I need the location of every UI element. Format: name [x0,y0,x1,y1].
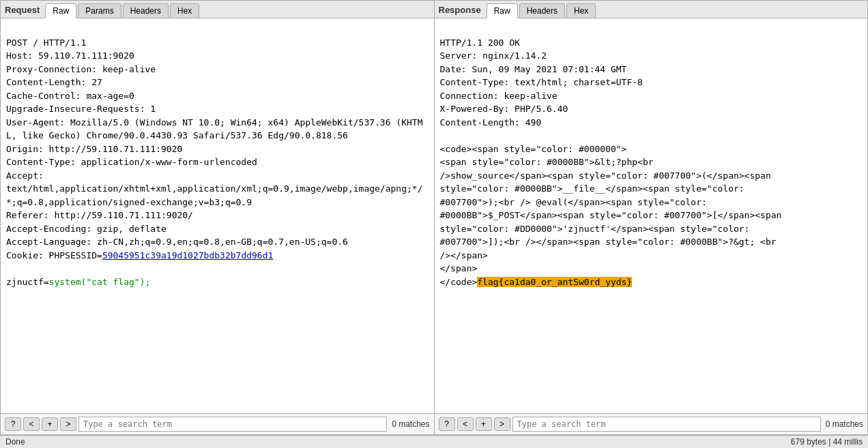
tab-response-hex[interactable]: Hex [566,3,596,18]
response-panel: Response Raw Headers Hex HTTP/1.1 200 OK… [435,0,869,435]
response-search-help-btn[interactable]: ? [439,417,455,431]
status-right: 679 bytes | 44 millis [791,437,863,447]
tab-request-raw[interactable]: Raw [45,3,76,18]
request-search-prev-btn[interactable]: < [23,417,40,431]
request-content: POST / HTTP/1.1 Host: 59.110.71.111:9020… [1,18,434,413]
response-search-matches: 0 matches [826,419,863,429]
request-search-next-btn[interactable]: > [60,417,76,431]
response-search-next-btn[interactable]: > [494,417,510,431]
request-search-matches: 0 matches [392,419,429,429]
response-panel-header: Response Raw Headers Hex [435,1,868,18]
req-command-value: system("cat flag"); [49,277,151,287]
request-search-input[interactable] [78,417,387,432]
req-command-line: zjnuctf=system("cat flag"); [6,277,150,287]
tab-response-headers[interactable]: Headers [519,3,565,18]
response-search-input[interactable] [512,417,821,432]
status-bar: Done 679 bytes | 44 millis [0,435,868,448]
status-left: Done [5,437,25,447]
request-panel-header: Request Raw Params Headers Hex [1,1,434,18]
tab-request-headers[interactable]: Headers [123,3,169,18]
response-title: Response [439,3,485,18]
resp-body: <code><span style="color: #000000"> <spa… [440,144,782,301]
response-content: HTTP/1.1 200 OK Server: nginx/1.14.2 Dat… [435,18,868,413]
tab-request-hex[interactable]: Hex [170,3,199,18]
req-line-1: POST / HTTP/1.1 Host: 59.110.71.111:9020… [6,38,422,260]
tab-response-raw[interactable]: Raw [487,3,518,18]
response-search-plus-btn[interactable]: + [476,417,492,431]
request-search-help-btn[interactable]: ? [5,417,21,431]
request-panel: Request Raw Params Headers Hex POST / HT… [0,0,435,435]
request-title: Request [5,3,44,18]
resp-status-line: HTTP/1.1 200 OK Server: nginx/1.14.2 Dat… [440,38,643,128]
resp-flag-highlight: flag{ca1da0_or_antSw0rd_yyds} [477,277,632,287]
request-search-plus-btn[interactable]: + [42,417,58,431]
tab-request-params[interactable]: Params [78,3,121,18]
session-id-link[interactable]: 59045951c39a19d1027bdb32b7dd96d1 [102,250,273,260]
response-search-bar: ? < + > 0 matches [435,413,868,434]
request-search-bar: ? < + > 0 matches [1,413,434,434]
response-search-prev-btn[interactable]: < [457,417,474,431]
